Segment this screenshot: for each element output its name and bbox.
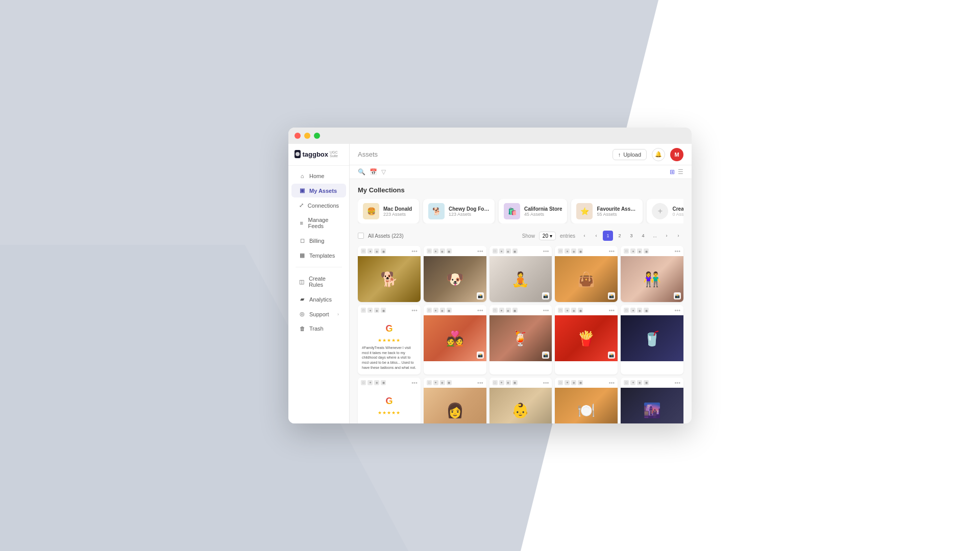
asset-more-menu-14[interactable]: ••• [609,380,615,386]
collection-thumb-mac-donald: 🍔 [363,203,379,219]
sidebar-item-support[interactable]: ◎ Support › [291,307,346,321]
show-count-select[interactable]: 20 ▾ [539,232,556,240]
next-page-button2[interactable]: › [673,231,683,241]
asset-card-14: □ ✦ ◈ ◉ ••• 🍽️ [555,378,618,423]
collection-assets-favourite: 55 Assets [597,212,638,217]
asset-more-menu-8[interactable]: ••• [543,307,549,313]
main-window: taggbox UGC Suite ⌂ Home ▣ My Assets ⤢ C… [288,128,692,423]
support-icon: ◎ [299,311,306,317]
filter-icon[interactable]: ▽ [381,168,386,176]
sidebar-item-my-assets[interactable]: ▣ My Assets [291,184,346,197]
asset-card-4: □ ✦ ◈ ◉ ••• 👜 📸 [555,246,618,302]
close-button[interactable] [295,133,301,139]
instagram-badge-9: 📸 [608,352,615,359]
sidebar-item-create-rules[interactable]: ◫ Create Rules [291,272,346,291]
instagram-badge-7: 📸 [477,352,484,359]
create-collection-label: Create Collections [672,206,683,212]
asset-more-menu-7[interactable]: ••• [477,307,483,313]
asset-card-7: □ ✦ ◈ ◉ ••• 💑 📸 [424,305,486,374]
feeds-icon: ≡ [299,220,305,226]
upload-button[interactable]: ↑ Upload [612,149,647,160]
sidebar-item-trash[interactable]: 🗑 Trash [291,322,346,335]
title-bar [288,128,692,144]
filter-bar: 🔍 📅 ▽ ⊞ ☰ [350,165,692,179]
templates-icon: ▦ [299,252,306,259]
pagination: ‹ ‹ 1 2 3 4 ... › › [579,231,683,241]
asset-more-menu-2[interactable]: ••• [477,248,483,254]
asset-more-menu-6[interactable]: ••• [411,307,418,313]
select-all-checkbox[interactable] [358,233,364,239]
sidebar-divider [296,267,342,267]
next-page-button[interactable]: › [662,231,672,241]
search-icon[interactable]: 🔍 [358,168,365,176]
asset-more-menu-1[interactable]: ••• [411,248,418,254]
assets-left: All Assets (223) [358,233,403,239]
asset-more-menu-5[interactable]: ••• [674,248,680,254]
asset-card-1: □ ✦ ◈ ◉ ••• 🐕 [358,246,421,302]
page-1-button[interactable]: 1 [603,231,613,241]
top-bar: Assets ↑ Upload 🔔 M [350,144,692,165]
instagram-badge-2: 📸 [477,292,484,299]
logo-icon [295,150,301,158]
prev-page-button[interactable]: ‹ [579,231,590,241]
assets-right: Show 20 ▾ entries ‹ ‹ 1 2 3 4 [522,231,683,241]
svg-point-0 [296,152,300,156]
assets-icon: ▣ [299,187,306,194]
page-2-button[interactable]: 2 [615,231,625,241]
maximize-button[interactable] [314,133,320,139]
asset-more-menu-9[interactable]: ••• [609,307,615,313]
create-collection-button[interactable]: + Create Collections 0 Assets [647,199,683,223]
asset-more-menu-13[interactable]: ••• [543,380,549,386]
collection-assets-chewy: 123 Assets [449,212,489,217]
rules-icon: ◫ [299,279,305,285]
content-area: My Collections 🍔 Mac Donald 223 Assets [350,179,692,423]
collection-assets-california: 45 Assets [524,212,562,217]
asset-card-3: □ ✦ ◈ ◉ ••• 🧘 📸 [489,246,552,302]
sidebar-item-billing[interactable]: ◻ Billing [291,234,346,247]
collection-card-favourite[interactable]: ⭐ Favourite Assets 55 Assets [571,199,643,223]
asset-more-menu-10[interactable]: ••• [674,307,680,313]
sidebar: taggbox UGC Suite ⌂ Home ▣ My Assets ⤢ C… [288,144,350,423]
instagram-badge-3: 📸 [542,292,549,299]
sidebar-item-templates[interactable]: ▦ Templates [291,248,346,262]
minimize-button[interactable] [304,133,310,139]
logo: taggbox UGC Suite [295,150,343,158]
asset-image-1: 🐕 [358,256,421,302]
asset-image-14: 🍽️ [555,388,618,423]
asset-more-menu-11[interactable]: ••• [411,380,418,386]
asset-more-menu-15[interactable]: ••• [674,380,680,386]
trash-icon: 🗑 [299,325,306,332]
calendar-icon[interactable]: 📅 [370,168,377,176]
page-3-button[interactable]: 3 [626,231,636,241]
asset-card-google-2: □ ✦ ◈ ◉ ••• G ★ ★ ★ [358,378,421,423]
google-review-card-1: G ★ ★ ★ ★ ★ #FamilyTreats Whenever I vis… [358,315,421,374]
sidebar-item-analytics[interactable]: ▰ Analytics [291,292,346,306]
list-view-icon[interactable]: ☰ [678,168,683,176]
sidebar-item-manage-feeds[interactable]: ≡ Manage Feeds [291,213,346,233]
sidebar-item-home[interactable]: ⌂ Home [291,169,346,183]
notification-button[interactable]: 🔔 [652,148,665,161]
chevron-right-icon: › [337,312,339,317]
assets-toolbar: All Assets (223) Show 20 ▾ entries ‹ ‹ 1 [358,231,683,241]
plus-icon: + [652,203,668,219]
collection-card-mac-donald[interactable]: 🍔 Mac Donald 223 Assets [358,199,419,223]
page-4-button[interactable]: 4 [638,231,648,241]
collection-card-california[interactable]: 🛍️ California Store 45 Assets [499,199,567,223]
asset-card-12: □ ✦ ◈ ◉ ••• 👩 [424,378,486,423]
collection-card-chewy[interactable]: 🐕 Chewy Dog Food 123 Assets [423,199,495,223]
asset-more-menu-12[interactable]: ••• [477,380,483,386]
sidebar-item-connections[interactable]: ⤢ Connections [291,198,346,212]
grid-view-icon[interactable]: ⊞ [670,168,675,176]
instagram-badge-8: 📸 [542,352,549,359]
view-toggle: ⊞ ☰ [670,168,683,176]
asset-more-menu-3[interactable]: ••• [543,248,549,254]
asset-card-8: □ ✦ ◈ ◉ ••• 🍹 📸 [489,305,552,374]
asset-card-2: □ ✦ ◈ ◉ ••• 🐶 📸 [424,246,486,302]
instagram-badge-5: 📸 [674,292,681,299]
asset-icon-1: □ [361,248,366,254]
asset-more-menu-4[interactable]: ••• [609,248,615,254]
assets-grid: □ ✦ ◈ ◉ ••• 🐕 □ [358,246,683,423]
review-text-1: #FamilyTreats Whenever I visit mcd it ta… [362,345,416,370]
prev-page-button2[interactable]: ‹ [591,231,601,241]
avatar[interactable]: M [670,148,683,161]
